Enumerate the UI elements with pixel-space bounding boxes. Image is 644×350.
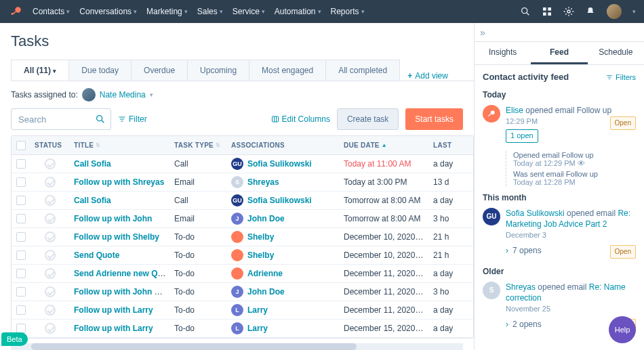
row-checkbox[interactable] [16, 287, 26, 297]
col-status[interactable]: STATUS [31, 141, 70, 149]
chevron-down-icon[interactable]: ▾ [632, 8, 636, 15]
status-toggle[interactable] [45, 286, 56, 297]
search-icon[interactable] [520, 6, 531, 17]
add-view-button[interactable]: +Add view [407, 71, 448, 81]
status-toggle[interactable] [45, 232, 56, 242]
nav-item-contacts[interactable]: Contacts▾ [33, 7, 70, 16]
status-toggle[interactable] [45, 250, 56, 261]
contact-name-link[interactable]: Elise [506, 106, 523, 115]
nav-item-conversations[interactable]: Conversations▾ [79, 7, 137, 16]
task-title-link[interactable]: Send Adrienne new Qu… [74, 269, 170, 278]
nav-item-marketing[interactable]: Marketing▾ [146, 7, 188, 16]
expand-icon[interactable]: › [506, 245, 508, 257]
panel-tab-feed[interactable]: Feed [531, 42, 587, 64]
user-avatar[interactable] [607, 4, 622, 19]
panel-tab-schedule[interactable]: Schedule [588, 42, 644, 64]
panel-tab-insights[interactable]: Insights [475, 42, 531, 64]
association-link[interactable]: Sofia Sulikowski [247, 159, 312, 169]
col-assoc[interactable]: ASSOCIATIONS [227, 141, 340, 149]
task-title-link[interactable]: Follow up with Shreyas [74, 177, 164, 187]
start-tasks-button[interactable]: Start tasks [405, 108, 463, 130]
create-task-button[interactable]: Create task [337, 108, 399, 130]
opens-count[interactable]: 1 open [506, 129, 538, 142]
open-badge[interactable]: Open [610, 245, 636, 259]
opens-count[interactable]: 2 opens [512, 320, 542, 329]
association-link[interactable]: Adrienne [247, 269, 283, 278]
task-title-link[interactable]: Follow up with John [74, 214, 152, 223]
row-checkbox[interactable] [16, 232, 26, 242]
contact-name-link[interactable]: Sofia Sulikowski [506, 209, 565, 218]
filter-button[interactable]: Filter [118, 114, 147, 124]
last-contacted: 13 d [429, 177, 466, 187]
help-button[interactable]: Help [609, 316, 636, 343]
status-toggle[interactable] [45, 177, 56, 188]
task-title-link[interactable]: Follow up with Shelby [74, 232, 159, 242]
status-toggle[interactable] [45, 323, 56, 334]
nav-item-reports[interactable]: Reports▾ [331, 7, 365, 16]
due-date: Today at 3:00 PM [340, 177, 429, 187]
row-checkbox[interactable] [16, 250, 26, 260]
view-tab[interactable]: Overdue [131, 60, 188, 81]
feed-section-older: Older [483, 267, 636, 276]
row-checkbox[interactable] [16, 196, 26, 205]
view-tab[interactable]: Most engaged [249, 60, 326, 81]
status-toggle[interactable] [45, 268, 56, 279]
task-title-link[interactable]: Send Quote [74, 250, 119, 260]
task-title-link[interactable]: Call Sofia [74, 196, 111, 205]
contact-name-link[interactable]: Shreyas [506, 282, 536, 292]
row-checkbox[interactable] [16, 269, 26, 278]
row-checkbox[interactable] [16, 214, 26, 223]
table-row: Follow up with ShelbyTo-doShelbyDecember… [12, 228, 473, 246]
association-link[interactable]: Shreyas [247, 177, 279, 187]
row-checkbox[interactable] [16, 305, 26, 315]
marketplace-icon[interactable] [542, 6, 552, 17]
task-title-link[interactable]: Follow up with Larry [74, 305, 153, 315]
row-checkbox[interactable] [16, 177, 26, 187]
hubspot-logo[interactable] [8, 3, 24, 20]
gear-icon[interactable] [563, 6, 574, 17]
task-title-link[interactable]: Follow up with Larry [74, 324, 153, 333]
association-link[interactable]: Larry [247, 305, 268, 315]
status-toggle[interactable] [45, 195, 56, 206]
view-tab[interactable]: All (11) ▾ [11, 60, 69, 81]
expand-icon[interactable]: › [506, 319, 508, 330]
nav-right: ▾ [520, 4, 636, 19]
association-link[interactable]: Shelby [247, 232, 274, 242]
status-toggle[interactable] [45, 305, 56, 315]
nav-item-sales[interactable]: Sales▾ [197, 7, 223, 16]
assigned-row: Tasks assigned to: Nate Medina ▾ [11, 81, 474, 108]
panel-filters-button[interactable]: Filters [606, 73, 636, 81]
nav-item-automation[interactable]: Automation▾ [275, 7, 321, 16]
col-last[interactable]: LAST [429, 141, 466, 149]
association-avatar: S [231, 176, 243, 188]
view-tab[interactable]: All completed [325, 60, 400, 81]
due-date: Today at 11:00 AM [340, 159, 429, 169]
col-title[interactable]: TITLE⇅ [70, 141, 170, 149]
view-tab[interactable]: Due today [68, 60, 132, 81]
beta-badge[interactable]: Beta [1, 332, 28, 346]
row-checkbox[interactable] [16, 324, 26, 333]
task-title-link[interactable]: Call Sofia [74, 159, 111, 169]
col-type[interactable]: TASK TYPE⇅ [170, 141, 227, 149]
row-checkbox[interactable] [16, 159, 26, 169]
bell-icon[interactable] [585, 6, 596, 17]
view-tab[interactable]: Upcoming [187, 60, 249, 81]
association-link[interactable]: Larry [247, 324, 268, 333]
nav-item-service[interactable]: Service▾ [233, 7, 265, 16]
association-link[interactable]: John Doe [247, 214, 285, 223]
edit-columns-button[interactable]: Edit Columns [271, 114, 330, 124]
association-link[interactable]: Sofia Sulikowski [247, 196, 312, 205]
col-due[interactable]: DUE DATE▲ [340, 141, 429, 149]
select-all-checkbox[interactable] [16, 141, 26, 150]
open-badge[interactable]: Open [610, 116, 636, 130]
search-icon[interactable] [95, 114, 106, 125]
status-toggle[interactable] [45, 158, 56, 169]
status-toggle[interactable] [45, 213, 56, 224]
association-link[interactable]: John Doe [247, 287, 285, 297]
task-title-link[interactable]: Follow up with John Doe [74, 287, 169, 297]
opens-count[interactable]: 7 opens [512, 246, 542, 255]
association-link[interactable]: Shelby [247, 250, 274, 260]
assignee-picker[interactable]: Nate Medina ▾ [82, 88, 153, 102]
collapse-panel-icon[interactable]: » [480, 27, 485, 38]
horizontal-scrollbar[interactable] [11, 343, 463, 350]
